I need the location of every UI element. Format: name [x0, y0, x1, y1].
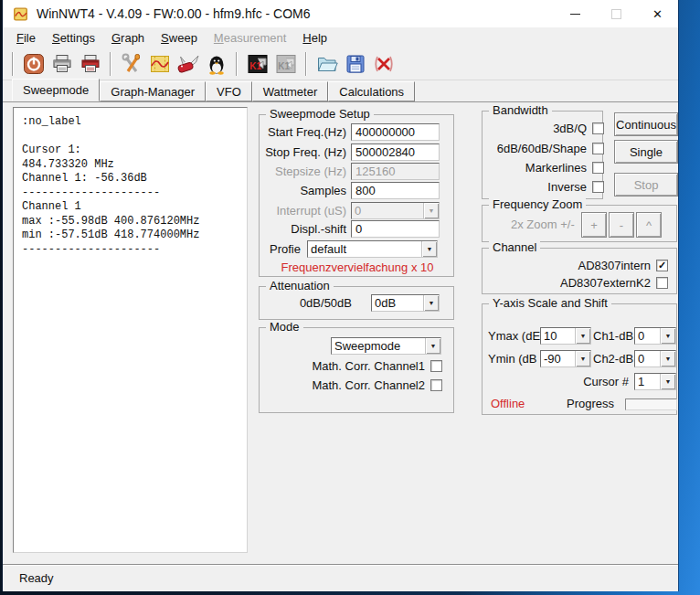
group-title: Mode	[266, 320, 303, 334]
ch2-db-value: 0	[635, 351, 660, 367]
maximize-icon	[611, 9, 621, 19]
chevron-down-icon: ▼	[575, 328, 590, 344]
bandwidth-3db-checkbox[interactable]	[592, 122, 604, 134]
samples-label: Samples	[300, 184, 346, 197]
ch2-db-select[interactable]: 0▼	[634, 350, 676, 367]
info-line: Channel 1: -56.36dB	[22, 172, 239, 186]
info-line: Channel 1	[22, 200, 239, 215]
print-color-icon[interactable]	[77, 50, 103, 77]
profile-value: default	[308, 241, 421, 257]
app-icon	[13, 6, 28, 22]
group-title: Y-axis Scale and Shift	[489, 296, 611, 310]
info-line: Cursor 1:	[22, 143, 239, 158]
profile-select[interactable]: default▼	[307, 240, 438, 258]
status-bar: Ready	[3, 564, 678, 591]
ad8307intern-label: AD8307intern	[578, 259, 652, 272]
menu-graph[interactable]: Graph	[103, 29, 153, 47]
k1-calibration-disabled-icon[interactable]: K1	[272, 50, 299, 77]
cursor-info-panel[interactable]: :no_label Cursor 1: 484.733320 MHz Chann…	[13, 107, 248, 553]
attenuation-group: Attenuation 0dB/50dB 0dB▼	[259, 286, 454, 320]
menu-sweep[interactable]: Sweep	[153, 29, 206, 47]
menu-help[interactable]: Help	[294, 29, 335, 47]
offline-status: Offline	[491, 397, 525, 410]
print-icon[interactable]	[48, 50, 75, 77]
zoom-in-button[interactable]: +	[581, 212, 607, 238]
tab-vfo[interactable]: VFO	[206, 81, 252, 101]
stop-button[interactable]: Stop	[614, 173, 678, 197]
inverse-checkbox[interactable]	[592, 181, 604, 193]
interrupt-label: Interrupt (uS)	[276, 204, 346, 218]
stop-freq-input[interactable]: 500002840	[351, 143, 440, 161]
minimize-button[interactable]	[555, 0, 596, 27]
continuous-button[interactable]: Continuous	[614, 112, 678, 136]
menu-settings[interactable]: Settings	[44, 29, 103, 47]
stepsize-input: 125160	[351, 163, 440, 180]
tab-graph-manager[interactable]: Graph-Manager	[100, 81, 206, 101]
menu-measurement[interactable]: Measurement	[206, 29, 295, 47]
interrupt-select: 0▼	[351, 202, 440, 219]
bandwidth-6db-checkbox[interactable]	[592, 143, 604, 154]
tab-sweepmode[interactable]: Sweepmode	[12, 79, 100, 101]
tools-settings-icon[interactable]	[118, 50, 144, 77]
graph-settings-icon[interactable]	[146, 50, 173, 77]
k1-calibration-icon[interactable]: K1	[244, 50, 270, 77]
open-file-icon[interactable]	[313, 50, 340, 77]
frequency-zoom-group: Frequency Zoom 2x Zoom +/- + - ^	[482, 205, 677, 242]
ch2-db-label: Ch2-dB	[593, 352, 631, 366]
exit-icon[interactable]	[20, 50, 47, 77]
ad8307intern-checkbox[interactable]	[656, 260, 668, 271]
menu-help-accel: H	[302, 31, 311, 45]
maximize-button[interactable]	[596, 0, 637, 27]
single-button[interactable]: Single	[614, 140, 678, 164]
displ-shift-input[interactable]: 0	[351, 220, 440, 238]
info-line: min :-57.51dB 418.774000MHz	[22, 228, 239, 243]
ymax-label: Ymax (dE	[488, 329, 540, 343]
menu-sweep-label: weep	[169, 31, 197, 45]
attenuation-select[interactable]: 0dB▼	[371, 294, 440, 312]
toolbar: K1 K1	[3, 48, 678, 80]
ad8307externk2-checkbox[interactable]	[656, 277, 668, 289]
ymin-label: Ymin (dB	[488, 352, 536, 366]
markerlines-checkbox[interactable]	[592, 162, 604, 174]
chevron-down-icon: ▼	[660, 328, 675, 344]
bandwidth-6db-label: 6dB/60dB/Shape	[497, 142, 587, 155]
samples-input[interactable]: 800	[351, 182, 440, 199]
ymax-select[interactable]: 10▼	[540, 327, 591, 345]
tab-wattmeter[interactable]: Wattmeter	[252, 81, 328, 101]
info-line	[22, 130, 239, 144]
attenuation-value: 0dB	[372, 295, 423, 311]
chevron-down-icon: ▼	[425, 338, 440, 354]
start-freq-input[interactable]: 400000000	[351, 123, 440, 141]
ymin-select[interactable]: -90▼	[540, 350, 591, 367]
chevron-down-icon: ▼	[423, 295, 439, 311]
clear-markers-icon[interactable]	[370, 50, 397, 77]
titlebar: WinNWT4 - V.4.09 - FW:0.00 - hfm9.hfc - …	[3, 0, 678, 27]
chevron-down-icon: ▼	[575, 351, 590, 367]
zoom-up-button[interactable]: ^	[636, 212, 662, 238]
math-corr-channel1-checkbox[interactable]	[430, 360, 442, 372]
mode-select[interactable]: Sweepmode▼	[331, 337, 441, 355]
profile-label: Profie	[270, 242, 301, 256]
zoom-out-button[interactable]: -	[609, 212, 634, 238]
stepsize-label: Stepsize (Hz)	[275, 165, 346, 178]
close-button[interactable]: ✕	[637, 0, 678, 27]
cursor-number-select[interactable]: 1▼	[634, 373, 676, 390]
menu-file[interactable]: File	[8, 29, 44, 47]
window-controls: ✕	[555, 0, 678, 27]
channel-group: Channel AD8307intern AD8307externK2	[482, 248, 677, 294]
bandwidth-3db-label: 3dB/Q	[553, 122, 587, 135]
ch1-db-select[interactable]: 0▼	[634, 327, 676, 345]
save-file-icon[interactable]	[342, 50, 368, 77]
app-window: WinNWT4 - V.4.09 - FW:0.00 - hfm9.hfc - …	[3, 0, 678, 590]
ad8307externk2-label: AD8307externK2	[560, 276, 651, 290]
displ-shift-label: Displ.-shift	[291, 222, 346, 236]
math-corr-channel2-checkbox[interactable]	[430, 379, 442, 391]
chevron-down-icon: ▼	[660, 351, 675, 367]
tab-calculations[interactable]: Calculations	[328, 81, 415, 101]
swiss-knife-icon[interactable]	[175, 50, 201, 77]
chevron-down-icon: ▼	[423, 203, 439, 218]
minimize-icon	[570, 14, 580, 15]
group-title: Frequency Zoom	[489, 197, 586, 211]
window-title: WinNWT4 - V.4.09 - FW:0.00 - hfm9.hfc - …	[37, 6, 311, 21]
linux-tux-icon[interactable]	[203, 50, 229, 77]
